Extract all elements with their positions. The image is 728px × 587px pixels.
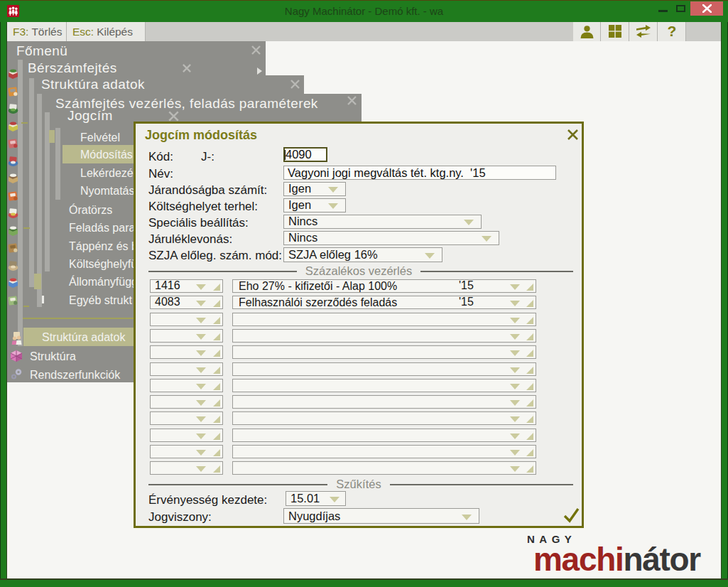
percent-code-select[interactable] [150, 461, 223, 475]
percent-name-select[interactable]: Felhasználói szerződés feladás'15 [232, 296, 536, 309]
modules-button[interactable] [602, 22, 629, 41]
percent-name-select[interactable] [232, 445, 536, 458]
percent-code-select[interactable] [150, 445, 223, 458]
grid-icon [608, 24, 622, 38]
window-title: Nagy Machinátor - Demó kft. - wa [0, 1, 728, 22]
menu-item-lekerdezes[interactable]: Lekérdezé [80, 166, 134, 180]
title-bar[interactable]: Nagy Machinátor - Demó kft. - wa [0, 0, 728, 22]
people-icon [11, 331, 23, 348]
menu-item-feladas-parameterek[interactable]: Feladás para [69, 221, 135, 235]
maximize-button[interactable] [676, 5, 685, 12]
gutter-tick [23, 306, 29, 307]
menu-separator [23, 318, 134, 319]
menu-item-struktura-adatok[interactable]: Struktúra adatok [42, 330, 125, 344]
percent-row [150, 379, 555, 392]
koltseghelyet-select[interactable]: Igen [283, 198, 346, 212]
percent-row [150, 411, 555, 425]
panel-gutter-strip [55, 128, 60, 200]
percent-code-select[interactable] [150, 362, 223, 376]
percent-code-select[interactable]: 4083 [150, 296, 223, 309]
panel-title-fomenu[interactable]: Főmenü [16, 43, 67, 59]
jarulek-label: Járuléklevonás: [148, 232, 232, 247]
percent-name-select[interactable] [232, 362, 536, 376]
nev-input[interactable]: Vagyoni jogi megváltás tét. ktg.ny. '15 [283, 166, 556, 180]
j-label: J-: [201, 150, 214, 164]
menu-item-nyomtatas[interactable]: Nyomtatás [80, 184, 134, 198]
meat-icon [7, 137, 19, 152]
percent-name-select[interactable] [232, 411, 536, 425]
panel-title-berszamfejtes[interactable]: Bérszámfejtés [28, 60, 117, 76]
percent-name-select[interactable] [232, 429, 536, 442]
koltseghelyet-label: Költséghelyet terhel: [148, 200, 258, 214]
specialis-select[interactable]: Nincs [283, 215, 482, 229]
percent-code-select[interactable] [150, 379, 223, 392]
percent-code-select[interactable] [150, 345, 223, 359]
percent-code-select[interactable] [150, 395, 223, 409]
percent-name-select[interactable] [232, 379, 536, 392]
menu-item-felvetel[interactable]: Felvétel [80, 131, 120, 144]
menu-item-allomanyfuggo[interactable]: Állományfügg [69, 275, 138, 289]
ervenyesseg-select[interactable]: 15.01 [286, 491, 346, 506]
window-border-bottom [0, 578, 728, 587]
percent-name-select[interactable] [232, 345, 536, 359]
close-icon[interactable] [347, 95, 357, 106]
user-button[interactable] [573, 22, 601, 41]
close-button[interactable] [690, 1, 723, 16]
toolbar-delete-key: F3: [7, 26, 28, 38]
percent-row [150, 313, 555, 326]
kod-input[interactable]: 4090 [283, 147, 327, 162]
dialog-title: Jogcím módosítás [145, 128, 257, 143]
panel-title-jogcim[interactable]: Jogcím [67, 108, 113, 124]
percent-name-select[interactable] [232, 313, 536, 326]
percent-row [150, 429, 555, 442]
close-icon[interactable] [168, 110, 180, 122]
ervenyesseg-label: Érvényesség kezdete: [148, 493, 267, 507]
toolbar-exit-label: Kilépés [94, 26, 133, 38]
section-percent-label: Százalékos vezérlés [136, 264, 582, 278]
swap-arrows-icon [635, 24, 652, 38]
szja-select[interactable]: SZJA előleg 16% [283, 247, 442, 262]
close-icon[interactable] [290, 79, 300, 90]
close-icon[interactable] [251, 45, 261, 55]
percent-name-select[interactable] [232, 395, 536, 409]
percent-name-select[interactable]: Eho 27% - kifizetői - Alap 100%'15 [232, 279, 536, 293]
plate-icon [7, 120, 19, 135]
percent-code-select[interactable] [150, 329, 223, 343]
menu-item-struktura[interactable]: Struktúra [30, 350, 76, 363]
menu-item-tappenz[interactable]: Táppénz és b [69, 239, 138, 253]
percent-row [150, 461, 555, 475]
percent-name-select[interactable] [232, 461, 536, 475]
panel-gutter-strip [29, 78, 34, 287]
minimize-button[interactable] [658, 10, 668, 12]
menu-item-modositas[interactable]: Módosítás [80, 148, 133, 161]
percent-code-select[interactable] [150, 313, 223, 326]
switch-button[interactable] [630, 22, 658, 41]
dialog-close-icon[interactable] [566, 128, 580, 141]
menu-item-egyeb-struktura[interactable]: Egyéb strukt [69, 294, 132, 307]
dialog-jogcim-modositas: Jogcím módosítás Kód: J-: 4090 Név: Vagy… [134, 122, 584, 528]
percent-code-select[interactable]: 1416 [150, 279, 223, 293]
menu-item-oratorzs[interactable]: Óratörzs [69, 203, 112, 217]
jarulek-select[interactable]: Nincs [283, 231, 499, 245]
jogviszony-select[interactable]: Nyugdíjas [283, 508, 479, 524]
panel-title-struktura-adatok[interactable]: Struktúra adatok [41, 77, 145, 92]
confirm-check-icon[interactable] [562, 506, 580, 524]
jarandosagba-select[interactable]: Igen [283, 182, 346, 196]
parcel-icon [7, 259, 19, 274]
percent-row [150, 362, 555, 376]
percent-code-select[interactable] [150, 429, 223, 442]
percent-row [150, 445, 555, 458]
percent-code-select[interactable] [150, 411, 223, 425]
menu-item-koltseghelyfuggo[interactable]: Költséghelyfü [69, 257, 137, 271]
close-icon[interactable] [182, 63, 192, 73]
house-icon [7, 276, 19, 291]
specialis-label: Speciális beállítás: [148, 216, 249, 230]
menu-item-rendszerfunkciok[interactable]: Rendszerfunkciók [30, 368, 120, 382]
selection-marker [49, 130, 55, 143]
help-button[interactable]: ? [658, 22, 686, 41]
percent-name-select[interactable] [232, 329, 536, 343]
toolbar-delete-button[interactable]: F3:Törlés [7, 22, 67, 41]
section-narrow-label: Szűkítés [136, 478, 582, 491]
toolbar-icon-group: ? [573, 22, 686, 41]
toolbar-exit-button[interactable]: Esc:Kilépés [67, 22, 146, 41]
